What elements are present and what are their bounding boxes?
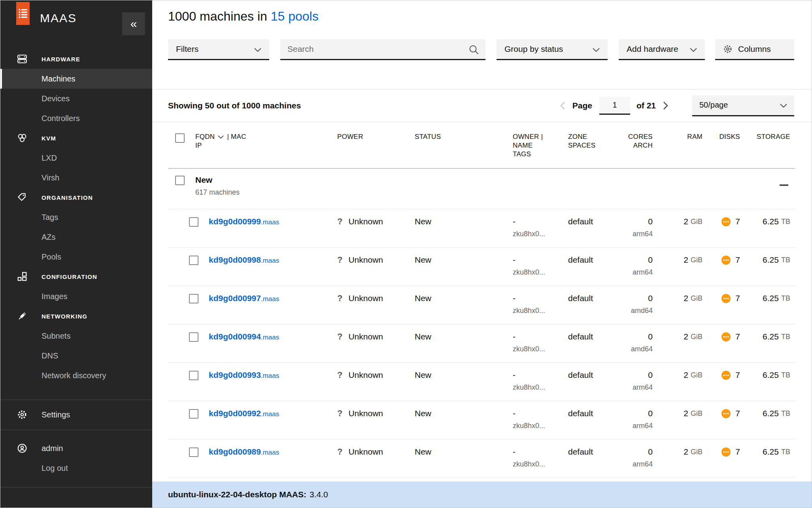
page-total-label: of 21: [636, 101, 656, 110]
previous-page-button[interactable]: [558, 100, 567, 112]
sidebar-divider: [0, 487, 152, 487]
machine-arch: arm64: [633, 460, 653, 468]
power-unknown-icon: ?: [337, 370, 342, 380]
header-ram[interactable]: RAM: [687, 133, 702, 141]
machine-owner: -: [513, 217, 516, 226]
machine-cores: 0: [648, 409, 653, 418]
sidebar-item-logout[interactable]: Log out: [0, 458, 152, 478]
select-all-checkbox[interactable]: [175, 133, 185, 143]
header-storage[interactable]: STORAGE: [757, 133, 790, 141]
chevron-down-icon: [254, 44, 261, 54]
sidebar-section-organisation: ORGANISATION: [0, 188, 152, 207]
ram-unit: GiB: [691, 409, 702, 418]
power-state: Unknown: [348, 255, 383, 265]
header-spaces[interactable]: SPACES: [568, 141, 596, 150]
storage-unit: TB: [781, 333, 790, 341]
header-cores[interactable]: CORES: [628, 133, 653, 141]
sidebar-item-subnets[interactable]: Subnets: [0, 326, 152, 346]
per-page-value: 50/page: [699, 100, 728, 110]
list-context-bar: Showing 50 out of 1000 machines Page of …: [152, 89, 812, 122]
header-status[interactable]: STATUS: [415, 133, 441, 141]
header-name[interactable]: NAME: [513, 141, 533, 150]
header-ip[interactable]: IP: [195, 141, 202, 150]
machine-zone: default: [568, 294, 593, 303]
sidebar-item-virsh[interactable]: Virsh: [0, 168, 152, 188]
row-checkbox[interactable]: [189, 294, 198, 303]
maas-app: MAAS « HARDWARE Machines Devices Control…: [0, 0, 812, 508]
machine-link[interactable]: kd9g0d00993.maas: [209, 370, 279, 380]
row-checkbox[interactable]: [189, 256, 198, 265]
header-fqdn[interactable]: FQDN: [195, 133, 215, 141]
sidebar-item-devices[interactable]: Devices: [0, 89, 152, 108]
machine-cores: 0: [648, 217, 653, 226]
main-content: 1000 machines in 15 pools Filters Group …: [152, 0, 812, 508]
sidebar-item-lxd[interactable]: LXD: [0, 148, 152, 168]
header-arch[interactable]: ARCH: [633, 141, 653, 150]
machine-storage: 6.25: [763, 409, 779, 418]
sidebar-item-controllers[interactable]: Controllers: [0, 108, 152, 128]
table-row: kd9g0d00994.maas ? Unknown New - zku8hx0…: [168, 324, 795, 363]
sidebar-item-pools[interactable]: Pools: [0, 247, 152, 267]
machine-owner: -: [513, 294, 516, 303]
sidebar-item-azs[interactable]: AZs: [0, 227, 152, 247]
table-row: kd9g0d00993.maas ? Unknown New - zku8hx0…: [168, 363, 795, 401]
machine-zone: default: [568, 217, 593, 226]
row-checkbox[interactable]: [189, 447, 198, 457]
search-input[interactable]: [280, 39, 485, 60]
machine-link[interactable]: kd9g0d00998.maas: [209, 255, 279, 265]
power-unknown-icon: ?: [337, 408, 342, 419]
sidebar-item-machines[interactable]: Machines: [0, 69, 152, 89]
group-checkbox[interactable]: [175, 176, 185, 185]
footer-host-label: ubuntu-linux-22-04-desktop MAAS:: [168, 490, 306, 499]
table-row: kd9g0d00989.maas ? Unknown New - zku8hx0…: [168, 440, 795, 478]
header-owner[interactable]: OWNER |: [513, 133, 543, 141]
tag-icon: [17, 192, 27, 203]
sidebar-collapse-button[interactable]: «: [122, 12, 145, 35]
sidebar-item-images[interactable]: Images: [0, 286, 152, 306]
per-page-select[interactable]: 50/page: [692, 95, 794, 116]
machine-domain: .maas: [261, 372, 279, 379]
sidebar-item-admin[interactable]: admin: [0, 438, 152, 458]
machine-hostname: kd9g0d00998: [209, 255, 261, 264]
header-tags[interactable]: TAGS: [513, 150, 531, 159]
header-disks[interactable]: DISKS: [719, 133, 740, 141]
networking-icon: [17, 311, 27, 321]
row-checkbox[interactable]: [189, 332, 198, 342]
header-mac[interactable]: | MAC: [227, 133, 246, 141]
toolbar: Filters Group by status Add hardware: [168, 39, 794, 60]
page-number-input[interactable]: [599, 97, 630, 115]
sidebar-item-tags[interactable]: Tags: [0, 207, 152, 227]
machine-status: New: [415, 332, 431, 341]
add-hardware-dropdown[interactable]: Add hardware: [619, 39, 705, 60]
machine-link[interactable]: kd9g0d00989.maas: [209, 447, 279, 457]
columns-button[interactable]: Columns: [715, 39, 794, 60]
row-checkbox[interactable]: [189, 409, 198, 419]
machine-link[interactable]: kd9g0d00999.maas: [209, 217, 279, 226]
sidebar-item-dns[interactable]: DNS: [0, 346, 152, 366]
group-by-dropdown[interactable]: Group by status: [497, 39, 608, 60]
filters-dropdown[interactable]: Filters: [168, 39, 269, 60]
maas-logo-icon[interactable]: [16, 2, 30, 25]
pools-link[interactable]: 15 pools: [271, 9, 319, 23]
sort-chevron-icon[interactable]: [218, 135, 224, 139]
machine-disks: 7: [735, 294, 740, 303]
sidebar-item-settings[interactable]: Settings: [0, 405, 152, 425]
chevron-down-icon: [690, 44, 697, 54]
machine-name: zku8hx0...: [513, 345, 545, 353]
machine-link[interactable]: kd9g0d00992.maas: [209, 409, 279, 418]
sidebar-item-network-discovery[interactable]: Network discovery: [0, 366, 152, 385]
header-power[interactable]: POWER: [337, 133, 363, 141]
machine-storage: 6.25: [763, 447, 779, 457]
sidebar-divider: [0, 430, 152, 430]
machine-link[interactable]: kd9g0d00994.maas: [209, 332, 279, 341]
machine-ram: 2: [684, 409, 688, 418]
row-checkbox[interactable]: [189, 217, 198, 227]
machine-link[interactable]: kd9g0d00997.maas: [209, 294, 279, 303]
row-checkbox[interactable]: [189, 371, 198, 380]
machine-hostname: kd9g0d00999: [209, 217, 261, 226]
next-page-button[interactable]: [661, 100, 670, 112]
collapse-group-button[interactable]: [739, 169, 795, 209]
machine-owner: -: [513, 447, 516, 457]
header-zone[interactable]: ZONE: [568, 133, 587, 141]
machine-arch: arm64: [633, 422, 653, 430]
